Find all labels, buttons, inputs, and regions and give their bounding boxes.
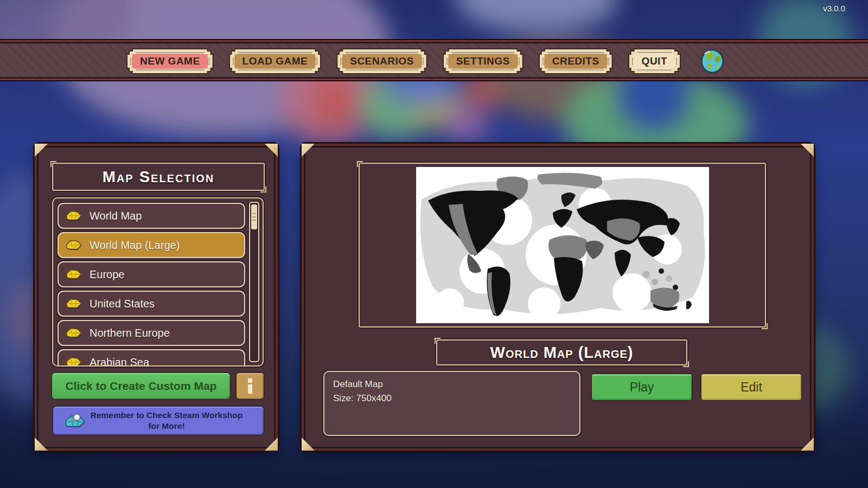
map-preview-panel: World Map (Large) Default Map Size: 750x… [302,144,814,451]
corner-ornament [265,144,278,157]
map-icon [66,209,82,222]
info-button[interactable] [237,373,264,399]
corner-ornament [801,438,814,451]
map-item-world-map[interactable]: World Map [58,203,245,229]
map-icon [66,268,82,281]
globe-icon[interactable] [700,49,724,74]
map-item-world-map-large[interactable]: World Map (Large) [58,232,245,258]
corner-ornament [35,438,48,451]
map-info-line2: Size: 750x400 [333,391,571,406]
credits-label: CREDITS [539,55,613,67]
settings-button[interactable]: SETTINGS [443,48,524,74]
workshop-map-icon [64,412,87,429]
edit-label: Edit [741,380,762,395]
map-icon [66,239,82,252]
scenarios-label: SCENARIOS [336,55,427,67]
map-item-europe[interactable]: Europe [58,261,245,287]
corner-ornament [265,438,278,451]
map-item-northern-europe[interactable]: Northern Europe [58,320,245,346]
top-nav-bar: NEW GAME LOAD GAME SCENARIOS SETTINGS CR… [0,39,868,81]
quit-label: QUIT [628,55,681,67]
new-game-button[interactable]: NEW GAME [126,48,214,74]
create-custom-map-label: Click to Create Custom Map [66,380,217,393]
map-info-line1: Default Map [333,377,571,391]
map-item-label: World Map [90,210,142,222]
info-icon [248,378,252,383]
map-info-box: Default Map Size: 750x400 [323,371,580,436]
map-item-label: Northern Europe [90,327,170,339]
credits-button[interactable]: CREDITS [539,48,613,74]
load-game-label: LOAD GAME [229,55,322,67]
map-selection-panel: Map Selection World Map World Map (Large… [35,144,278,451]
load-game-button[interactable]: LOAD GAME [229,48,322,74]
new-game-label: NEW GAME [126,55,214,67]
scrollbar-thumb[interactable] [251,204,257,229]
corner-ornament [801,144,814,157]
map-list: World Map World Map (Large) Europe Unite… [52,197,264,367]
map-item-united-states[interactable]: United States [58,291,245,317]
settings-label: SETTINGS [443,55,524,67]
steam-workshop-note: Remember to Check Steam Workshop for Mor… [85,410,248,432]
map-item-label: Europe [90,268,125,281]
map-selection-title: Map Selection [103,168,214,186]
corner-ornament [35,144,48,157]
map-preview-image [416,167,709,323]
map-item-arabian-sea[interactable]: Arabian Sea [58,349,245,367]
map-selection-title-frame: Map Selection [52,163,265,191]
map-item-label: World Map (Large) [90,239,180,252]
map-list-scrollbar[interactable] [249,202,259,362]
play-button[interactable]: Play [592,374,692,400]
play-label: Play [630,380,654,395]
create-custom-map-button[interactable]: Click to Create Custom Map [52,373,230,399]
map-item-label: Arabian Sea [90,356,149,367]
corner-ornament [302,438,315,451]
scenarios-button[interactable]: SCENARIOS [336,48,427,74]
map-name-frame: World Map (Large) [436,339,687,365]
corner-ornament [302,144,315,157]
map-item-label: United States [90,298,155,310]
steam-workshop-note-button[interactable]: Remember to Check Steam Workshop for Mor… [53,407,264,435]
map-icon [66,356,82,367]
edit-button[interactable]: Edit [701,374,801,400]
version-label: v3.0.0 [823,4,845,13]
map-preview-frame [359,163,766,328]
map-icon [66,326,82,339]
map-name-label: World Map (Large) [490,344,634,362]
map-icon [66,297,82,310]
quit-button[interactable]: QUIT [628,48,681,74]
